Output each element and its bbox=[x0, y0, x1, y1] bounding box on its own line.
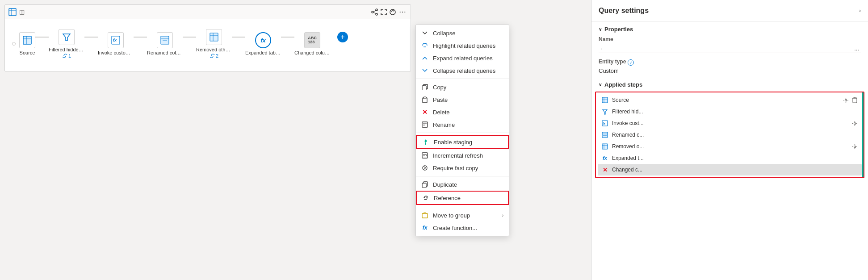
menu-item-copy[interactable]: Copy bbox=[416, 81, 509, 93]
move-icon bbox=[421, 212, 428, 219]
separator-3 bbox=[416, 176, 509, 176]
filtered-link[interactable]: 1 bbox=[62, 53, 71, 59]
info-icon[interactable]: i bbox=[628, 59, 634, 66]
source-settings-icon[interactable] bbox=[842, 96, 849, 104]
applied-step-changed[interactable]: ✕ Changed c... bbox=[598, 164, 862, 176]
add-step-button[interactable]: + bbox=[337, 32, 348, 42]
applied-filtered-name: Filtered hid... bbox=[612, 109, 855, 115]
renamed-label: Renamed columns bbox=[147, 50, 183, 55]
step-source-icon bbox=[601, 96, 608, 104]
menu-item-duplicate[interactable]: Duplicate bbox=[416, 178, 509, 191]
chevron-right-icon: › bbox=[502, 213, 503, 218]
svg-text:fx: fx bbox=[603, 122, 606, 125]
svg-marker-48 bbox=[603, 109, 607, 114]
menu-item-create-function[interactable]: fx Create function... bbox=[416, 221, 509, 234]
steps-container: Source Filtered hidden fi... 1 bbox=[5, 19, 411, 68]
applied-step-renamed[interactable]: Renamed c... bbox=[598, 129, 862, 141]
properties-header: ∨ Properties bbox=[599, 26, 861, 33]
name-input[interactable]: · ... bbox=[599, 44, 861, 53]
applied-steps-list: Source bbox=[595, 92, 864, 178]
applied-source-name: Source bbox=[612, 97, 839, 103]
panel-title: Query settings bbox=[599, 7, 649, 15]
svg-rect-37 bbox=[422, 183, 426, 188]
step-filtered[interactable]: Filtered hidden fi... 1 bbox=[49, 29, 84, 59]
step-renamed[interactable]: Renamed columns bbox=[147, 32, 183, 55]
menu-item-rename[interactable]: Rename bbox=[416, 118, 509, 131]
svg-rect-40 bbox=[422, 213, 428, 218]
move-group-label: Move to group bbox=[433, 212, 498, 219]
svg-rect-17 bbox=[163, 40, 167, 41]
menu-item-fast-copy[interactable]: Require fast copy bbox=[416, 162, 509, 174]
properties-label: Properties bbox=[604, 26, 633, 33]
menu-item-paste[interactable]: Paste bbox=[416, 93, 509, 106]
properties-section: ∨ Properties Name · ... Entity type i Cu… bbox=[591, 21, 868, 81]
applied-invoke-name: Invoke cust... bbox=[612, 120, 847, 126]
menu-item-reference[interactable]: Reference bbox=[416, 191, 509, 205]
step-source[interactable]: Source bbox=[19, 32, 35, 55]
rename-label: Rename bbox=[433, 121, 503, 128]
incremental-label: Incremental refresh bbox=[433, 152, 503, 159]
svg-point-51 bbox=[854, 122, 855, 124]
more-icon[interactable]: ⋯ bbox=[398, 8, 407, 16]
invoke-icon: fx bbox=[111, 36, 120, 45]
step-renamed-icon bbox=[601, 131, 608, 138]
applied-steps-chevron-icon: ∨ bbox=[599, 82, 602, 87]
applied-step-filtered[interactable]: Filtered hid... bbox=[598, 106, 862, 117]
removed-label: Removed other c... bbox=[196, 47, 232, 52]
connector-3 bbox=[134, 37, 147, 38]
menu-item-move-group[interactable]: Move to group › bbox=[416, 209, 509, 221]
step-removed[interactable]: Removed other c... 2 bbox=[196, 29, 232, 59]
removed-step-actions bbox=[851, 143, 858, 150]
svg-rect-55 bbox=[602, 144, 608, 149]
panel-chevron-icon[interactable]: › bbox=[859, 8, 861, 14]
add-step-area: + bbox=[337, 32, 348, 42]
abc-label: ABC123 bbox=[308, 36, 317, 44]
reference-label: Reference bbox=[434, 195, 503, 201]
panel-header: Query settings › bbox=[591, 0, 868, 21]
removed-settings-icon[interactable] bbox=[851, 143, 858, 150]
filter-icon bbox=[62, 33, 71, 42]
menu-item-delete[interactable]: ✕ Delete bbox=[416, 106, 509, 118]
applied-step-expanded[interactable]: fx Expanded t... bbox=[598, 152, 862, 164]
fx-create-icon: fx bbox=[421, 224, 428, 231]
highlight-label: Highlight related queries bbox=[433, 42, 503, 49]
menu-item-collapse-related[interactable]: Collapse related queries bbox=[416, 64, 509, 77]
menu-item-highlight[interactable]: Highlight related queries bbox=[416, 39, 509, 52]
collapse-related-icon bbox=[421, 67, 428, 74]
maximize-icon[interactable] bbox=[380, 8, 387, 16]
removed-link[interactable]: 2 bbox=[210, 53, 218, 59]
properties-chevron-icon: ∨ bbox=[599, 27, 602, 32]
invoke-settings-icon[interactable] bbox=[851, 120, 858, 127]
menu-item-collapse[interactable]: Collapse bbox=[416, 27, 509, 39]
source-teal-bar bbox=[862, 92, 864, 177]
step-expanded[interactable]: fx Expanded table c... bbox=[245, 32, 281, 55]
name-dots-button[interactable]: ... bbox=[854, 45, 859, 52]
svg-marker-12 bbox=[63, 34, 70, 41]
svg-rect-26 bbox=[422, 122, 428, 127]
svg-line-7 bbox=[373, 12, 376, 14]
svg-rect-23 bbox=[422, 86, 426, 90]
fast-copy-label: Require fast copy bbox=[433, 165, 503, 171]
svg-point-5 bbox=[372, 11, 373, 13]
applied-renamed-name: Renamed c... bbox=[612, 132, 855, 138]
applied-step-removed[interactable]: Removed o... bbox=[598, 141, 862, 152]
fx-step-icon: fx bbox=[603, 155, 607, 161]
step-changed[interactable]: ABC123 Changed column... bbox=[294, 32, 330, 55]
entity-type-row: Entity type i bbox=[599, 59, 861, 67]
applied-step-invoke[interactable]: fx Invoke cust... bbox=[598, 117, 862, 129]
canvas-area: ◫ bbox=[0, 0, 590, 280]
refresh-icon[interactable] bbox=[389, 8, 396, 16]
menu-item-incremental[interactable]: Incremental refresh bbox=[416, 149, 509, 162]
applied-step-source[interactable]: Source bbox=[598, 94, 862, 106]
source-delete-icon[interactable] bbox=[851, 96, 858, 104]
source-label: Source bbox=[20, 50, 35, 55]
separator-1 bbox=[416, 79, 509, 79]
menu-item-enable-staging[interactable]: Enable staging bbox=[416, 135, 509, 149]
svg-rect-0 bbox=[9, 8, 16, 16]
menu-item-expand[interactable]: Expand related queries bbox=[416, 52, 509, 64]
expand-label: Expand related queries bbox=[433, 55, 503, 62]
step-invoke[interactable]: fx Invoke custom fu... bbox=[98, 32, 134, 55]
share-icon[interactable] bbox=[371, 8, 378, 16]
diagram-header-icons: ⋯ bbox=[371, 8, 407, 16]
svg-marker-29 bbox=[424, 139, 426, 142]
